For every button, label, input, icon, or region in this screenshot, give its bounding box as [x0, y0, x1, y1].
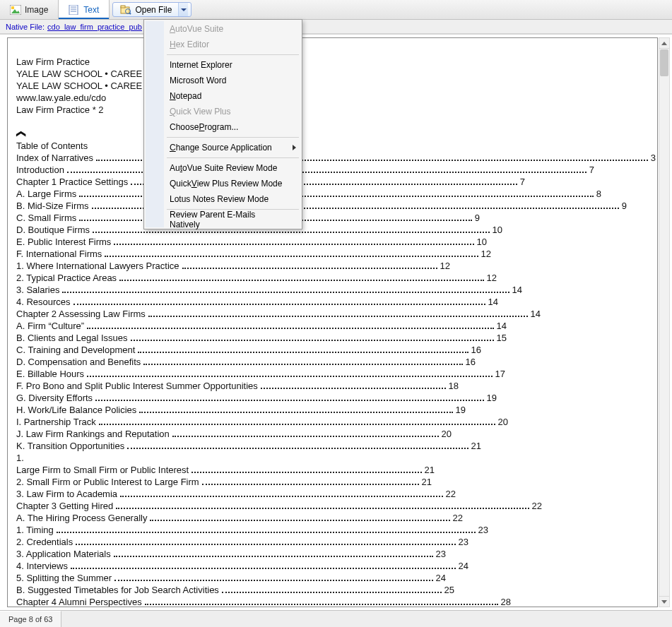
menu-item-lotus-notes-review-mode[interactable]: Lotus Notes Review Mode [146, 191, 300, 207]
toc-text: 5. Splitting the Summer [16, 572, 112, 584]
tab-image[interactable]: Image [0, 0, 59, 19]
toc-leader [87, 317, 493, 329]
toc-page: 9 [622, 200, 627, 212]
open-file-button[interactable]: Open File [112, 2, 191, 17]
document-viewer: Law Firm PracticeYALE LAW SCHOOL • CAREE… [7, 37, 658, 607]
menu-separator [167, 54, 299, 55]
native-file-link[interactable]: cdo_law_firm_practice_pub [47, 23, 142, 31]
toc-leader [114, 569, 432, 581]
open-file-label: Open File [135, 5, 172, 15]
open-file-dropdown-arrow[interactable] [178, 3, 188, 16]
scroll-up-button[interactable] [659, 38, 669, 49]
toc-text: E. Billable Hours [16, 368, 84, 380]
toc-leader [71, 557, 456, 569]
menu-item-quick-view-plus-review-mode[interactable]: Quick View Plus Review Mode [146, 176, 300, 191]
menu-item-review-parent-e-mails-natively[interactable]: Review Parent E-Mails Natively [146, 212, 300, 227]
toc-page: 23 [459, 536, 468, 548]
toc-leader [139, 401, 452, 413]
menu-item-notepad[interactable]: Notepad [146, 88, 300, 104]
doc-header-line: YALE LAW SCHOOL • CAREE 17 [16, 68, 652, 80]
doc-header-line [16, 44, 652, 56]
svg-rect-3 [69, 5, 78, 15]
viewer-area: Law Firm PracticeYALE LAW SCHOOL • CAREE… [0, 34, 672, 610]
toc-text: C. Small Firms [16, 212, 76, 224]
submenu-arrow-icon [293, 145, 296, 150]
toc-leader [99, 413, 495, 425]
menu-item-change-source-application[interactable]: Change Source Application [146, 140, 300, 155]
toc-text: A. Large Firms [16, 188, 76, 200]
doc-header-line [16, 116, 652, 128]
toc-page: 12 [481, 248, 491, 260]
toc-page: 14 [531, 308, 541, 320]
doc-header-line: YALE LAW SCHOOL • CAREE AVEN, CT [16, 80, 652, 92]
toc-leader [148, 305, 528, 317]
toc-leader [143, 353, 462, 365]
tab-text-label: Text [83, 5, 99, 15]
menu-item-hex-editor: Hex Editor [146, 37, 300, 52]
toc-text: B. Clients and Legal Issues [16, 332, 128, 344]
vertical-scrollbar[interactable] [659, 37, 670, 607]
toc-line: K. Transition Opportunities 21 [16, 440, 481, 452]
toc-leader [127, 437, 468, 449]
doc-header-line: Law Firm Practice [16, 56, 652, 68]
toc-leader [172, 425, 439, 437]
toc-leader [150, 509, 449, 521]
scroll-down-button[interactable] [659, 596, 669, 607]
toc-text: Large Firm to Small Firm or Public Inter… [16, 464, 189, 476]
doc-header-line: Law Firm Practice * 2 [16, 104, 652, 116]
toc-page: 23 [478, 524, 488, 536]
toc-page: 7 [589, 164, 594, 176]
toc-text: 4. Interviews [16, 560, 68, 572]
toc-text: E. Public Interest Firms [16, 236, 111, 248]
toc-text: F. International Firms [16, 248, 102, 260]
toc-text: I. Partnership Track [16, 416, 96, 428]
toc-page: 20 [498, 416, 508, 428]
toc-page: 17 [495, 368, 505, 380]
toc-text: Chapter 4 Alumni Perspectives [16, 596, 142, 607]
menu-item-microsoft-word[interactable]: Microsoft Word [146, 73, 300, 88]
toc-leader [138, 341, 468, 353]
toc-text: C. Training and Development [16, 344, 135, 356]
toc-text: 3. Salaries [16, 284, 59, 296]
toc-page: 16 [471, 344, 481, 356]
toc-leader [62, 281, 509, 293]
toc-page: 14 [512, 284, 522, 296]
toc-leader [116, 497, 529, 509]
toc-leader [222, 581, 442, 593]
menu-item-internet-explorer[interactable]: Internet Explorer [146, 57, 300, 73]
toc-page: 3 [651, 152, 656, 164]
scroll-thumb[interactable] [660, 49, 668, 76]
toc-leader [105, 245, 478, 257]
chevron-down-icon [661, 600, 667, 604]
toc-leader [182, 257, 437, 269]
open-file-dropdown: AutoVue SuiteHex EditorInternet Explorer… [143, 19, 302, 229]
toc-page: 14 [497, 320, 507, 332]
toc-leader [119, 269, 483, 281]
svg-rect-8 [121, 6, 125, 8]
toc-text: G. Diversity Efforts [16, 392, 93, 404]
toc-text: B. Mid-Size Firms [16, 200, 89, 212]
toc-text: 1. Timing [16, 524, 54, 536]
document-content: Law Firm PracticeYALE LAW SCHOOL • CAREE… [8, 38, 657, 607]
tab-text[interactable]: Text [59, 0, 110, 19]
menu-item-choose-program[interactable]: Choose Program... [146, 119, 300, 135]
toc-text: 4. Resources [16, 296, 71, 308]
toc-leader [202, 473, 419, 485]
chevron-down-icon [181, 8, 187, 11]
toc-page: 15 [497, 332, 507, 344]
menu-separator [167, 157, 299, 158]
toc-text: 2. Credentials [16, 536, 73, 548]
tab-image-label: Image [25, 5, 48, 15]
toc-text: D. Boutique Firms [16, 224, 90, 236]
menu-item-autovue-suite-review-mode[interactable]: AutoVue Suite Review Mode [146, 160, 300, 176]
toc-text: 3. Law Firm to Academia [16, 488, 117, 500]
native-file-bar: Native File: cdo_law_firm_practice_pub [0, 20, 672, 34]
open-file-icon [120, 5, 131, 15]
toc-page: 10 [493, 224, 502, 236]
toc-text: Chapter 3 Getting Hired [16, 500, 113, 512]
toc-text: A. Firm “Culture” [16, 320, 84, 332]
status-bar: Page 8 of 63 [0, 610, 672, 627]
toc-leader [261, 377, 446, 389]
svg-line-10 [129, 13, 131, 14]
toc-leader [114, 545, 433, 557]
